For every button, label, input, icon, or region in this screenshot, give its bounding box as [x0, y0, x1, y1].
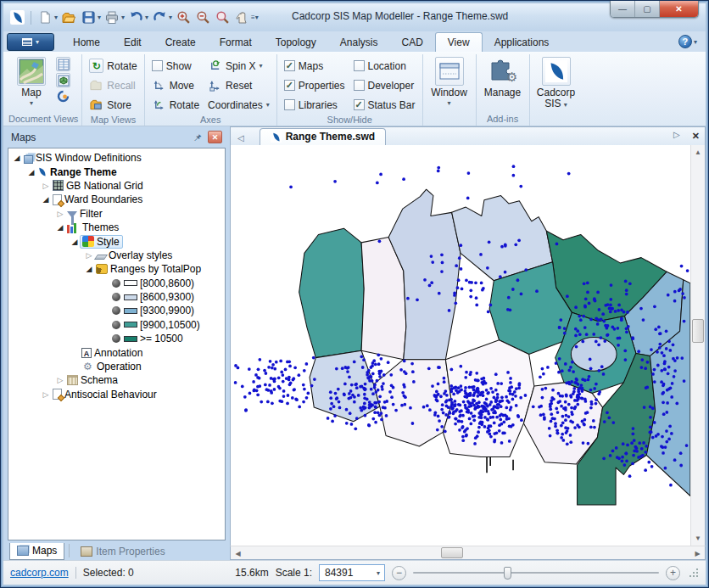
save-icon[interactable]: [80, 9, 97, 26]
axes-show-checkbox[interactable]: [152, 60, 163, 71]
tab-cad[interactable]: CAD: [389, 33, 434, 52]
libraries-checkbox[interactable]: [284, 99, 295, 110]
undo-icon[interactable]: [127, 9, 144, 26]
scroll-up-icon[interactable]: ▲: [691, 145, 706, 160]
tree-item-ward-boundaries[interactable]: ◢Ward Boundaries: [8, 193, 225, 206]
zoom-slider-thumb[interactable]: [504, 567, 511, 580]
map-canvas[interactable]: [231, 145, 690, 546]
pin-icon[interactable]: 📌︎: [191, 131, 204, 144]
3d-view-icon[interactable]: [56, 73, 70, 87]
tree-item-style[interactable]: ◢Style: [8, 234, 225, 248]
expand-icon[interactable]: ▷: [55, 210, 65, 218]
libraries-toggle[interactable]: Libraries: [281, 96, 349, 114]
tab-create[interactable]: Create: [154, 33, 208, 52]
map-button[interactable]: Map ▾: [8, 55, 54, 107]
new-document-icon[interactable]: [36, 9, 53, 26]
tree-item-annotation[interactable]: AAnnotation: [8, 345, 225, 359]
browser-view-icon[interactable]: [56, 89, 70, 104]
vertical-scroll-thumb[interactable]: [692, 319, 704, 343]
zoom-slider[interactable]: [413, 566, 659, 580]
developer-checkbox[interactable]: [354, 80, 365, 91]
zoom-out-button[interactable]: −: [392, 566, 406, 580]
ward-ring-inner[interactable]: [571, 338, 617, 372]
tab-edit[interactable]: Edit: [112, 33, 154, 52]
bottom-tab-maps[interactable]: Maps: [9, 543, 64, 560]
zoom-in-icon[interactable]: [175, 9, 192, 26]
collapse-icon[interactable]: ◢: [70, 238, 80, 246]
bottom-tab-item-properties[interactable]: Item Properties: [74, 544, 171, 560]
redo-icon[interactable]: [151, 9, 168, 26]
status-bar-checkbox[interactable]: [354, 99, 365, 110]
tree-item-operation[interactable]: ⚙Operation: [8, 360, 225, 373]
open-icon[interactable]: [60, 9, 77, 26]
help-dropdown[interactable]: ▾: [694, 38, 697, 46]
table-view-icon[interactable]: [56, 57, 70, 71]
tree-item-8000-8600[interactable]: [8000,8600): [8, 277, 225, 290]
scroll-tabs-right-icon[interactable]: ▷: [670, 130, 684, 142]
spin-x-button[interactable]: Spin X ▾: [204, 57, 273, 75]
scale-dropdown[interactable]: 84391 ▾: [319, 564, 385, 581]
axes-show-toggle[interactable]: Show: [148, 57, 203, 75]
minimize-button[interactable]: —: [611, 1, 635, 17]
chevron-down-icon[interactable]: ▾: [374, 569, 382, 577]
collapse-icon[interactable]: ◢: [12, 154, 22, 162]
document-tab[interactable]: Range Theme.swd: [260, 128, 386, 145]
tree-item-9300-9900[interactable]: [9300,9900): [8, 304, 225, 317]
maps-checkbox[interactable]: [284, 60, 295, 71]
horizontal-scroll-thumb[interactable]: [441, 547, 463, 558]
tab-applications[interactable]: Applications: [483, 33, 561, 52]
print-dropdown[interactable]: ▾: [121, 14, 125, 21]
cadcorp-link[interactable]: cadcorp.com: [10, 567, 69, 579]
maps-toggle[interactable]: Maps: [281, 57, 349, 75]
developer-toggle[interactable]: Developer: [350, 76, 419, 94]
status-bar-toggle[interactable]: Status Bar: [350, 96, 419, 114]
close-document-icon[interactable]: ✕: [692, 131, 700, 142]
collapse-icon[interactable]: ◢: [26, 168, 36, 176]
tab-view[interactable]: View: [435, 32, 483, 52]
tree-item-10500[interactable]: >= 10500: [8, 332, 225, 345]
pan-icon[interactable]: [233, 9, 250, 26]
tree-item-sis-window-definitions[interactable]: ◢SIS Window Definitions: [8, 151, 225, 165]
scroll-left-icon[interactable]: ◀: [231, 546, 245, 561]
location-toggle[interactable]: Location: [350, 57, 419, 75]
tab-topology[interactable]: Topology: [264, 33, 328, 52]
scroll-tabs-left-icon[interactable]: ◁: [234, 133, 248, 145]
tab-home[interactable]: Home: [61, 33, 112, 52]
close-button[interactable]: ✕: [660, 1, 698, 17]
axes-reset-button[interactable]: Reset: [204, 76, 273, 94]
axes-rotate-button[interactable]: Rotate: [148, 96, 203, 114]
collapse-icon[interactable]: ◢: [41, 195, 51, 204]
scroll-down-icon[interactable]: ▼: [691, 531, 706, 546]
vertical-scrollbar[interactable]: ▲ ▼: [690, 145, 705, 546]
resize-grip[interactable]: [689, 568, 699, 578]
cadcorp-sis-button[interactable]: Cadcorp SIS ▾: [533, 55, 579, 110]
expand-icon[interactable]: ▷: [41, 390, 51, 399]
recall-button[interactable]: Recall: [86, 76, 140, 94]
tree-item-filter[interactable]: ▷Filter: [8, 207, 225, 221]
collapse-icon[interactable]: ◢: [55, 223, 65, 232]
redo-dropdown[interactable]: ▾: [169, 14, 172, 21]
new-dropdown[interactable]: ▾: [54, 14, 58, 21]
title-bar[interactable]: ▾ ▾ ▾ ▾ ▾: [3, 3, 706, 31]
undo-dropdown[interactable]: ▾: [145, 14, 148, 21]
ward-west-coastal[interactable]: [310, 350, 380, 422]
ward-west-teal[interactable]: [299, 228, 365, 357]
axes-move-button[interactable]: Move: [148, 76, 203, 94]
tab-format[interactable]: Format: [208, 33, 264, 52]
properties-checkbox[interactable]: [284, 80, 295, 91]
rotate-view-button[interactable]: ↻ Rotate: [86, 57, 140, 75]
tree-item-9900-10500[interactable]: [9900,10500): [8, 318, 225, 332]
tree-item-ranges-by-totalpop[interactable]: ◢Ranges by TotalPop: [8, 262, 225, 276]
window-button[interactable]: Window ▾: [427, 55, 472, 107]
restore-button[interactable]: ▢: [635, 1, 660, 17]
expand-icon[interactable]: ▷: [41, 182, 51, 190]
customize-quick-access-icon[interactable]: ≡▾: [251, 14, 259, 21]
tab-analysis[interactable]: Analysis: [328, 33, 390, 52]
expand-icon[interactable]: ▷: [84, 251, 94, 260]
manage-addins-button[interactable]: ⚙ Manage: [480, 55, 526, 98]
collapse-icon[interactable]: ◢: [84, 265, 94, 273]
print-icon[interactable]: [103, 9, 120, 26]
properties-toggle[interactable]: Properties: [281, 76, 349, 94]
tree-item-overlay-styles[interactable]: ▷Overlay styles: [8, 249, 225, 262]
help-icon[interactable]: ?: [678, 35, 692, 48]
